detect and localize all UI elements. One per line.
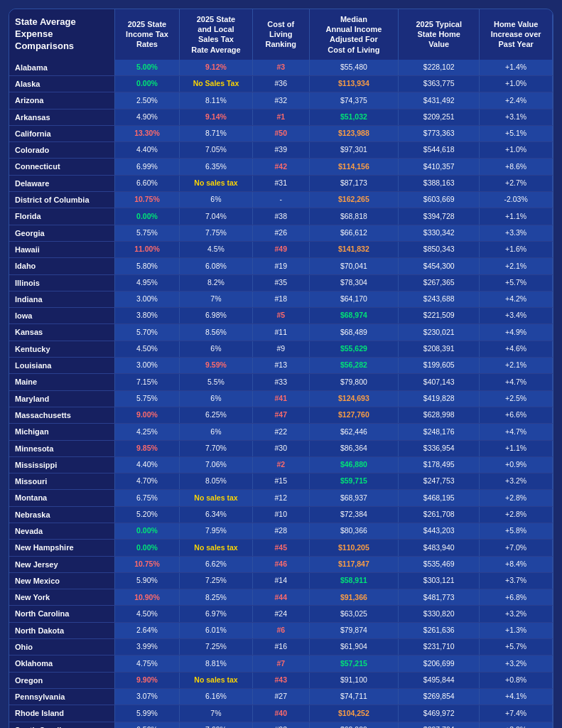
median-income: $68,818 <box>309 208 399 225</box>
home-value-change: +1.6% <box>480 241 553 257</box>
sales-tax: 7.04% <box>180 208 253 225</box>
cost-of-living-rank: #9 <box>252 341 309 357</box>
home-value: $206,699 <box>399 655 480 672</box>
income-tax: 9.90% <box>114 672 179 688</box>
cost-of-living-rank: #50 <box>252 125 309 141</box>
table-row: Mississippi4.40%7.06%#2$46,880$178,495+0… <box>9 456 553 473</box>
income-tax: 5.00% <box>114 60 179 76</box>
header-hv-change: Home Value Increase over Past Year <box>480 9 553 60</box>
state-name: Pennsylvania <box>9 688 114 705</box>
home-value: $336,954 <box>399 440 480 456</box>
table-row: Maine7.15%5.5%#33$79,800$407,143+4.7% <box>9 374 553 390</box>
table-row: Delaware6.60%No sales tax#31$87,173$388,… <box>9 175 553 191</box>
table-body: Alabama5.00%9.12%#3$55,480$228,102+1.4%A… <box>9 60 553 728</box>
median-income: $66,612 <box>309 225 399 241</box>
cost-of-living-rank: #45 <box>252 540 309 556</box>
home-value-change: +2.4% <box>480 92 553 109</box>
cost-of-living-rank: #10 <box>252 506 309 523</box>
income-tax: 4.50% <box>114 341 179 357</box>
sales-tax: 6.35% <box>180 159 253 175</box>
income-tax: 9.00% <box>114 407 179 423</box>
median-income: $68,974 <box>309 308 399 324</box>
sales-tax: 7.75% <box>180 225 253 241</box>
cost-of-living-rank: #2 <box>252 456 309 473</box>
home-value: $269,854 <box>399 688 480 705</box>
cost-of-living-rank: #3 <box>252 60 309 76</box>
home-value-change: +2.7% <box>480 175 553 191</box>
state-name: New Mexico <box>9 572 114 589</box>
home-value-change: +2.1% <box>480 358 553 374</box>
table-row: Minnesota9.85%7.70%#30$86,364$336,954+1.… <box>9 440 553 456</box>
income-tax: 5.75% <box>114 225 179 241</box>
cost-of-living-rank: #36 <box>252 75 309 92</box>
home-value: $535,469 <box>399 556 480 572</box>
state-name: Kansas <box>9 324 114 341</box>
home-value-change: +1.3% <box>480 622 553 638</box>
home-value: $228,102 <box>399 60 480 76</box>
sales-tax: 8.71% <box>180 125 253 141</box>
cost-of-living-rank: #41 <box>252 390 309 407</box>
sales-tax: 6.98% <box>180 308 253 324</box>
home-value: $243,688 <box>399 291 480 307</box>
cost-of-living-rank: #30 <box>252 440 309 456</box>
table-row: South Carolina6.50%7.69%#23$62,909$297,7… <box>9 722 553 728</box>
income-tax: 11.00% <box>114 241 179 257</box>
table-row: Kentucky4.50%6%#9$55,629$208,391+4.6% <box>9 341 553 357</box>
home-value-change: +4.1% <box>480 688 553 705</box>
home-value-change: +4.7% <box>480 374 553 390</box>
home-value-change: +5.8% <box>480 523 553 539</box>
home-value-change: +1.1% <box>480 440 553 456</box>
cost-of-living-rank: #16 <box>252 639 309 655</box>
table-row: Maryland5.75%6%#41$124,693$419,828+2.5% <box>9 390 553 407</box>
cost-of-living-rank: #6 <box>252 622 309 638</box>
table-row: New Jersey10.75%6.62%#46$117,847$535,469… <box>9 556 553 572</box>
home-value-change: +1.4% <box>480 60 553 76</box>
state-name: Rhode Island <box>9 705 114 722</box>
cost-of-living-rank: #43 <box>252 672 309 688</box>
median-income: $91,100 <box>309 672 399 688</box>
median-income: $79,800 <box>309 374 399 390</box>
sales-tax: 9.14% <box>180 109 253 125</box>
cost-of-living-rank: #39 <box>252 142 309 159</box>
state-name: Louisiana <box>9 358 114 374</box>
median-income: $55,480 <box>309 60 399 76</box>
home-value-change: +5.7% <box>480 639 553 655</box>
cost-of-living-rank: #40 <box>252 705 309 722</box>
home-value: $363,775 <box>399 75 480 92</box>
state-name: Michigan <box>9 424 114 440</box>
median-income: $79,874 <box>309 622 399 638</box>
median-income: $91,366 <box>309 589 399 606</box>
cost-of-living-rank: #28 <box>252 523 309 539</box>
income-tax: 4.40% <box>114 142 179 159</box>
state-name: South Carolina <box>9 722 114 728</box>
home-value-change: +8.6% <box>480 159 553 175</box>
sales-tax: No sales tax <box>180 490 253 506</box>
state-name: Maryland <box>9 390 114 407</box>
home-value-change: +1.0% <box>480 75 553 92</box>
median-income: $57,215 <box>309 655 399 672</box>
cost-of-living-rank: #14 <box>252 572 309 589</box>
home-value-change: +7.4% <box>480 705 553 722</box>
median-income: $70,041 <box>309 258 399 274</box>
state-name: New Hampshire <box>9 540 114 556</box>
sales-tax: 8.05% <box>180 473 253 490</box>
state-name: Florida <box>9 208 114 225</box>
median-income: $110,205 <box>309 540 399 556</box>
sales-tax: 8.56% <box>180 324 253 341</box>
income-tax: 7.15% <box>114 374 179 390</box>
state-name: Ohio <box>9 639 114 655</box>
data-table: State Average Expense Comparisons 2025 S… <box>9 9 553 728</box>
income-tax: 6.60% <box>114 175 179 191</box>
state-name: North Carolina <box>9 606 114 622</box>
home-value: $850,343 <box>399 241 480 257</box>
home-value-change: +3.3% <box>480 225 553 241</box>
median-income: $59,715 <box>309 473 399 490</box>
table-row: District of Columbia10.75%6%-$162,265$60… <box>9 192 553 208</box>
median-income: $61,904 <box>309 639 399 655</box>
home-value-change: +7.0% <box>480 540 553 556</box>
sales-tax: 7.69% <box>180 722 253 728</box>
median-income: $55,629 <box>309 341 399 357</box>
table-row: New York10.90%8.25%#44$91,366$481,773+6.… <box>9 589 553 606</box>
table-row: Connecticut6.99%6.35%#42$114,156$410,357… <box>9 159 553 175</box>
table-row: Idaho5.80%6.08%#19$70,041$454,300+2.1% <box>9 258 553 274</box>
